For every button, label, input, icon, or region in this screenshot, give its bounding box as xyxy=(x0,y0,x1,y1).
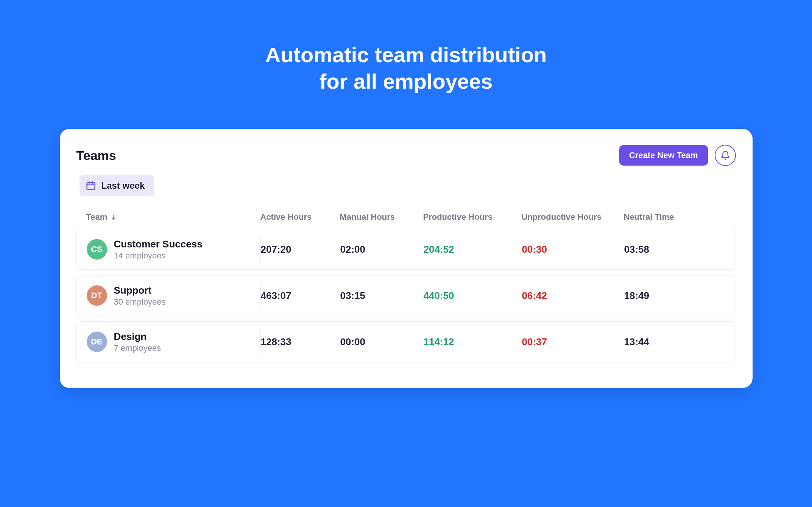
unproductive-hours-cell: 00:30 xyxy=(522,244,624,255)
team-name: Customer Success xyxy=(114,238,203,250)
unproductive-hours-cell: 06:42 xyxy=(522,290,624,302)
neutral-time-cell: 13:44 xyxy=(624,336,726,348)
active-hours-cell: 128:33 xyxy=(261,336,340,348)
avatar: DT xyxy=(87,285,107,306)
team-info: Support 30 employees xyxy=(114,285,166,307)
column-header-manual-hours[interactable]: Manual Hours xyxy=(340,212,423,222)
neutral-time-cell: 03:58 xyxy=(624,244,726,255)
unproductive-hours-cell: 00:37 xyxy=(522,336,624,348)
table-row[interactable]: DE Design 7 employees 128:33 00:00 114:1… xyxy=(76,321,736,362)
team-subtitle: 7 employees xyxy=(114,343,161,353)
column-header-productive-hours[interactable]: Productive Hours xyxy=(423,212,522,222)
date-filter-chip[interactable]: Last week xyxy=(79,175,155,196)
avatar: CS xyxy=(87,239,107,260)
team-name: Design xyxy=(114,331,161,343)
team-name: Support xyxy=(114,285,166,296)
svg-rect-0 xyxy=(87,183,95,190)
arrow-down-icon xyxy=(110,214,117,221)
calendar-icon xyxy=(86,180,96,191)
hero-title: Automatic team distribution for all empl… xyxy=(265,42,547,95)
manual-hours-cell: 00:00 xyxy=(340,336,424,348)
active-hours-cell: 207:20 xyxy=(261,244,340,255)
table-row[interactable]: DT Support 30 employees 463:07 03:15 440… xyxy=(76,275,736,316)
team-cell: DE Design 7 employees xyxy=(87,329,261,355)
table-row[interactable]: CS Customer Success 14 employees 207:20 … xyxy=(76,229,736,270)
hero-title-line2: for all employees xyxy=(320,69,493,93)
column-header-team[interactable]: Team xyxy=(86,212,260,222)
bell-icon xyxy=(720,150,730,160)
card-title: Teams xyxy=(76,148,116,163)
team-subtitle: 14 employees xyxy=(114,251,203,261)
column-header-neutral-time[interactable]: Neutral Time xyxy=(624,212,726,222)
column-header-team-label: Team xyxy=(86,212,108,222)
teams-card: Teams Create New Team Last week xyxy=(60,129,753,388)
create-new-team-button[interactable]: Create New Team xyxy=(619,145,708,166)
productive-hours-cell: 440:50 xyxy=(424,290,522,302)
avatar: DE xyxy=(87,332,107,352)
manual-hours-cell: 02:00 xyxy=(340,244,424,255)
team-cell: DT Support 30 employees xyxy=(87,282,261,309)
productive-hours-cell: 114:12 xyxy=(424,336,522,348)
column-header-unproductive-hours[interactable]: Unproductive Hours xyxy=(522,212,624,222)
active-hours-cell: 463:07 xyxy=(261,290,340,302)
team-subtitle: 30 employees xyxy=(114,297,166,307)
card-actions: Create New Team xyxy=(619,145,736,166)
team-cell: CS Customer Success 14 employees xyxy=(87,236,261,263)
table-header-row: Team Active Hours Manual Hours Productiv… xyxy=(76,207,736,229)
manual-hours-cell: 03:15 xyxy=(340,290,424,302)
team-info: Design 7 employees xyxy=(114,331,161,353)
hero-title-line1: Automatic team distribution xyxy=(265,43,547,67)
date-filter-label: Last week xyxy=(101,180,145,191)
notifications-button[interactable] xyxy=(715,145,736,166)
column-header-active-hours[interactable]: Active Hours xyxy=(260,212,340,222)
team-info: Customer Success 14 employees xyxy=(114,238,203,261)
neutral-time-cell: 18:49 xyxy=(624,290,726,302)
teams-table: Team Active Hours Manual Hours Productiv… xyxy=(76,207,736,362)
productive-hours-cell: 204:52 xyxy=(424,244,522,255)
card-header: Teams Create New Team xyxy=(76,145,736,166)
